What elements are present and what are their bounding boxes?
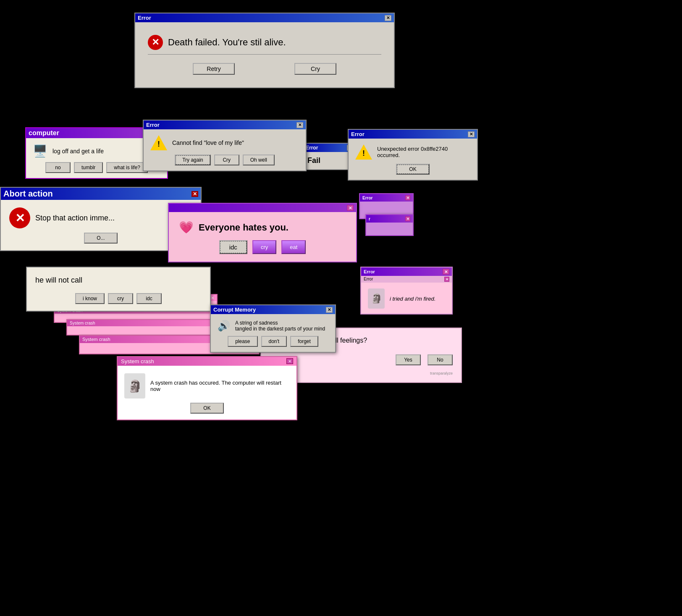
abort-title: Abort action [3, 189, 53, 199]
error-main-title: Error [138, 15, 151, 21]
error-tried-close2[interactable]: ✕ [444, 277, 449, 282]
cry-button[interactable]: Cry [294, 63, 336, 75]
corrupt-memory-body: 🔊 A string of sadnesstangled in the dark… [211, 314, 335, 352]
error-tried-subtitle: Error [364, 277, 373, 282]
error-unexpected-dialog: Error ✕ ! Unexpected error 0x8ffe2740 oc… [348, 129, 478, 181]
everyone-hates-dialog: ✕ 💗 Everyone hates you. idc cry eat [168, 203, 357, 262]
error-love-close[interactable]: ✕ [296, 122, 303, 128]
please-button[interactable]: please [228, 336, 257, 347]
computer-buttons: no tumblr what is life? [33, 162, 160, 173]
error-main-close[interactable]: ✕ [385, 15, 391, 21]
dont-button[interactable]: don't [261, 336, 287, 347]
close-icon: ✕ [328, 307, 331, 312]
abort-ok-button[interactable]: O... [84, 233, 118, 244]
corrupt-memory-close[interactable]: ✕ [326, 307, 333, 313]
error-purple-mid-body [366, 223, 413, 235]
error-tried-close[interactable]: ✕ [443, 269, 449, 275]
error-unexpected-close[interactable]: ✕ [468, 131, 475, 137]
error-x-icon: ✕ [152, 37, 159, 48]
warning-icon2: ! [362, 149, 365, 158]
error-unexpected-title: Error [351, 131, 365, 137]
close-icon: ✕ [444, 270, 448, 274]
error-purple-bg-close[interactable]: ✕ [405, 195, 410, 200]
yes-button[interactable]: Yes [396, 354, 421, 365]
ok-button[interactable]: OK [396, 164, 430, 175]
corrupt-memory-message: A string of sadnesstangled in the darkes… [235, 320, 328, 332]
system-crash-front-title: System crash [121, 358, 154, 364]
idc-button[interactable]: idc [219, 240, 247, 254]
error-main-message: Death failed. You're stil alive. [168, 37, 381, 48]
error-love-row: ! Cannot find "love of my life" [150, 135, 299, 150]
abort-titlebar: Abort action ✕ [1, 188, 201, 200]
error-fail-title: Error [306, 145, 318, 151]
system-crash-figure-icon: 🗿 [124, 373, 145, 398]
system-crash-stack2-title: System crash [70, 321, 95, 325]
oh-well-button[interactable]: Oh well [243, 155, 275, 165]
error-purple-bg-titlebar: Error ✕ [360, 194, 413, 202]
retry-button[interactable]: Retry [193, 63, 235, 75]
error-x-icon2: ✕ [15, 211, 25, 225]
abort-row: ✕ Stop that action imme... [9, 207, 192, 228]
iknow-button[interactable]: i know [75, 293, 105, 304]
corrupt-memory-dialog: Corrupt Memory ✕ 🔊 A string of sadnessta… [210, 304, 336, 353]
error-tried-subtitle-bar: Error ✕ [361, 276, 452, 283]
system-crash-front-close[interactable]: ✕ [286, 358, 293, 364]
close-icon: ✕ [193, 191, 197, 197]
divider [148, 54, 381, 55]
computer-icon: 🖥️ [33, 144, 47, 158]
warning-icon-wrap: ! [150, 135, 167, 150]
abort-close[interactable]: ✕ [191, 191, 198, 197]
close-icon: ✕ [470, 132, 473, 136]
corrupt-memory-titlebar: Corrupt Memory ✕ [211, 305, 335, 314]
error-love-title: Error [146, 122, 160, 128]
corrupt-memory-buttons: please don't forget [218, 336, 328, 347]
error-unexpected-row: ! Unexpected error 0x8ffe2740 occurred. [355, 144, 470, 160]
cry-button4[interactable]: cry [108, 293, 133, 304]
error-tried-body: 🗿 i tried and i'm fired. [361, 283, 452, 314]
corrupt-memory-title: Corrupt Memory [213, 307, 256, 313]
figure-icon: 🗿 [368, 288, 385, 309]
close-icon-stack4: ✕ [211, 296, 214, 300]
what-is-life-button[interactable]: what is life? [106, 162, 148, 173]
error-love-body: ! Cannot find "love of my life" Try agai… [144, 129, 306, 170]
he-will-not-call-message: he will not call [35, 276, 202, 285]
error-purple-bg-title: Error [362, 196, 372, 200]
system-crash-front-titlebar: System crash ✕ [118, 357, 296, 366]
eat-button[interactable]: eat [281, 240, 306, 254]
cry-button2[interactable]: Cry [214, 155, 239, 165]
idc-button2[interactable]: idc [136, 293, 162, 304]
tumblr-button[interactable]: tumblr [74, 162, 103, 173]
try-again-button[interactable]: Try again [175, 155, 211, 165]
everyone-hates-buttons: idc cry eat [179, 240, 346, 254]
system-crash-stack1-title: System crash [82, 337, 110, 342]
system-crash-front-row: 🗿 A system crash has occured. The comput… [124, 373, 290, 398]
error-purple-mid-close[interactable]: ✕ [405, 216, 410, 221]
cry-button3[interactable]: cry [252, 240, 276, 254]
error-fail-content: Fail [307, 156, 352, 165]
corrupt-icon: 🔊 [218, 320, 230, 332]
error-unexpected-buttons: OK [355, 164, 470, 175]
error-main-buttons: Retry Cry [148, 59, 381, 79]
close-icon2: ✕ [446, 278, 449, 281]
system-crash-front-message: A system crash has occured. The computer… [150, 380, 290, 392]
error-tried-dialog: Error ✕ Error ✕ 🗿 i tried and i'm fired. [360, 267, 453, 315]
error-love-titlebar: Error ✕ [144, 121, 306, 129]
forget-button[interactable]: forget [290, 336, 318, 347]
close-icon: ✕ [288, 359, 291, 364]
no-button2[interactable]: No [428, 354, 453, 365]
error-main-body: ✕ Death failed. You're stil alive. Retry… [135, 22, 394, 87]
everyone-hates-close[interactable]: ✕ [347, 205, 354, 211]
error-icon: ✕ [148, 35, 163, 50]
warning-icon: ! [157, 140, 160, 149]
he-will-not-call-buttons: i know cry idc [35, 293, 202, 304]
error-love-dialog: Error ✕ ! Cannot find "love of my life" … [143, 120, 307, 171]
everyone-hates-body: 💗 Everyone hates you. idc cry eat [169, 212, 356, 262]
computer-title: computer [29, 129, 59, 137]
no-button[interactable]: no [45, 162, 71, 173]
error-main-dialog: Error ✕ ✕ Death failed. You're stil aliv… [134, 13, 395, 88]
he-will-not-call-dialog: he will not call i know cry idc [26, 267, 211, 312]
warning-icon-wrap2: ! [355, 144, 372, 160]
system-crash-ok-button[interactable]: OK [190, 403, 224, 414]
close-icon: ✕ [298, 123, 302, 127]
heart-icon: 💗 [179, 220, 194, 234]
